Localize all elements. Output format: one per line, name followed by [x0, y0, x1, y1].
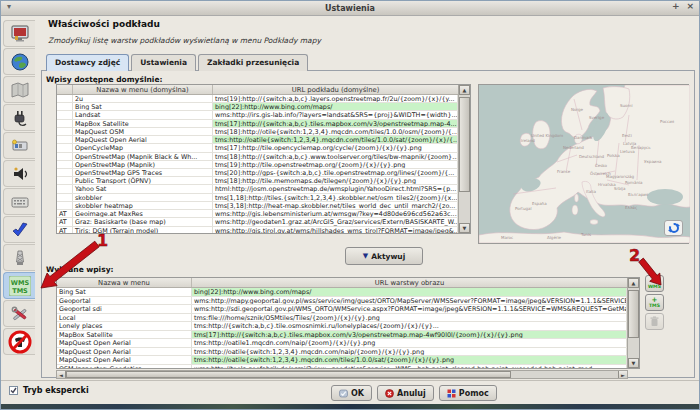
entry-name[interactable]: Tiris: DGM (Terrain model)	[73, 227, 213, 234]
entry-url[interactable]: tms[17]:http://{switch:a,b,c}.tiles.mapb…	[213, 120, 458, 127]
entry-name[interactable]: Geoportal	[57, 297, 192, 305]
entry-url[interactable]: tms[18]:http://otile{switch:1,2,3,4}.mqc…	[213, 128, 458, 135]
scroll-thumb[interactable]	[628, 290, 639, 338]
table-row[interactable]: 2utms[19]:http://{switch:a,b,c}.layers.o…	[57, 95, 458, 103]
delete-entry-button[interactable]	[645, 313, 664, 330]
entry-url[interactable]: tms[17]:http://{switch:a,b,c}.tiles.mapb…	[192, 331, 627, 339]
sidebar-tab-display[interactable]	[3, 20, 35, 47]
table-row[interactable]: Lonely placestms:http://{switch:a,b,c}.t…	[57, 322, 627, 331]
entry-name[interactable]: OpenCycleMap	[73, 144, 213, 151]
entry-url[interactable]: bing[22]:http://www.bing.com/maps/	[192, 288, 627, 296]
map-refresh-button[interactable]	[664, 220, 683, 236]
tab-settings[interactable]: Ustawienia	[131, 54, 196, 71]
help-button[interactable]: Pomoc	[439, 385, 497, 401]
entry-url[interactable]: html:http://josm.openstreetmap.de/wmsplu…	[213, 185, 458, 192]
entry-url[interactable]: tms:http://oatile1.mqcdn.com/naip/{zoom}…	[192, 339, 627, 347]
entry-country-code[interactable]	[57, 103, 73, 110]
entry-name[interactable]: MapBox Satellite	[73, 120, 213, 127]
entry-country-code[interactable]	[57, 169, 73, 176]
entry-country-code[interactable]: AT	[57, 218, 73, 225]
scroll-up-button[interactable]: ▲	[628, 278, 639, 288]
window-titlebar[interactable]: ▾ Ustawienia + ×	[1, 1, 699, 16]
entry-country-code[interactable]	[57, 194, 73, 201]
tab-offset-bookmarks[interactable]: Zakładki przesunięcia	[198, 54, 308, 71]
sidebar-tab-connection[interactable]	[3, 48, 35, 75]
sidebar-tab-plugins[interactable]	[3, 104, 35, 131]
entry-url[interactable]: tms:http://oatile{switch:1,2,3,4}.mqcdn.…	[192, 348, 627, 356]
map-preview[interactable]: NorgeSverigeSuomiРоссияEestiLatvijaLietu…	[478, 84, 689, 244]
sidebar-tab-audio[interactable]	[3, 160, 35, 187]
close-icon[interactable]: ×	[686, 1, 694, 11]
table-row[interactable]: OSM Inspector: Geodeticswms:http://tools…	[57, 365, 627, 368]
entry-country-code[interactable]	[57, 202, 73, 209]
entry-url[interactable]: wms:http://geodaten1.graz.at/ArcGIS_Graz…	[213, 218, 458, 225]
entry-name[interactable]: Bing Sat	[57, 288, 192, 296]
entry-name[interactable]: 2u	[73, 95, 213, 102]
column-header-code[interactable]	[57, 85, 73, 94]
entry-name[interactable]: Bing Sat	[73, 103, 213, 110]
sidebar-tab-remote-control[interactable]	[3, 244, 35, 271]
sidebar-tab-imagery[interactable]: WMSTMS	[3, 272, 35, 299]
entry-name[interactable]: OpenStreetMap (Mapnik)	[73, 161, 213, 168]
expert-mode-checkbox[interactable]: Tryb ekspercki	[9, 386, 89, 395]
entry-country-code[interactable]	[57, 136, 73, 143]
vertical-scrollbar[interactable]: ▲ ▼	[458, 85, 470, 233]
entry-country-code[interactable]	[57, 111, 73, 118]
column-header-name[interactable]: Nazwa w menu	[57, 278, 192, 287]
sidebar-tab-map-projection[interactable]	[3, 76, 35, 103]
column-header-url[interactable]: URL podkładu (domyślne)	[213, 85, 458, 94]
add-wms-button[interactable]: + WMS	[645, 275, 664, 292]
entry-name[interactable]: Public Transport (ÖPNV)	[73, 177, 213, 184]
entry-name[interactable]: Yahoo Sat	[73, 185, 213, 192]
add-tms-button[interactable]: + TMS	[645, 294, 664, 311]
sidebar-tab-toolbar[interactable]	[3, 132, 35, 159]
column-header-url[interactable]: URL warstwy obrazu	[192, 278, 627, 287]
entry-country-code[interactable]	[57, 144, 73, 151]
table-row[interactable]: MapQuest Open Aerialtms:http://oatile1.m…	[57, 339, 627, 348]
activate-button[interactable]: ▼ Aktywuj	[345, 247, 423, 265]
entry-url[interactable]: tms[3,18]:http://heat-map.skobbler.net/t…	[213, 202, 458, 209]
entry-name[interactable]: MapQuest Open Aerial	[73, 136, 213, 143]
entry-country-code[interactable]	[57, 153, 73, 160]
entry-name[interactable]: Graz: Basiskarte (base map)	[73, 218, 213, 225]
entry-url[interactable]: tms[1,18]:http://tiles.{switch:1,2,3,4}.…	[213, 194, 458, 201]
entry-name[interactable]: MapQuest Open Aerial	[57, 348, 192, 356]
table-row[interactable]: ATTiris: DGM (Terrain model)wms:http://g…	[57, 227, 458, 234]
table-row[interactable]: OpenCycleMaptms[17]:http://tile.opencycl…	[57, 144, 458, 152]
entry-name[interactable]: Geoportal sdi	[57, 305, 192, 313]
vertical-scrollbar[interactable]: ▲ ▼	[627, 278, 639, 368]
entry-url[interactable]: wms:http://sdi.geoportal.gov.pl/WMS_ORTO…	[192, 305, 627, 313]
entry-country-code[interactable]	[57, 95, 73, 102]
entry-country-code[interactable]: AT	[57, 227, 73, 234]
scroll-right-button[interactable]: ►	[618, 371, 627, 378]
sidebar-tab-shortcuts[interactable]	[3, 188, 35, 215]
horizontal-scrollbar[interactable]: ◄ ►	[56, 370, 628, 379]
entry-name[interactable]: OpenStreetMap (Mapnik Black & Wh...	[73, 153, 213, 160]
entry-name[interactable]: skobbler heatmap	[73, 202, 213, 209]
table-row[interactable]: skobbler heatmaptms[3,18]:http://heat-ma…	[57, 202, 458, 210]
entry-country-code[interactable]: AT	[57, 210, 73, 217]
scroll-left-button[interactable]: ◄	[57, 371, 66, 378]
entry-url[interactable]: tms[19]:http://tile.openstreetmap.org/{z…	[213, 161, 458, 168]
table-row[interactable]: OpenStreetMap GPS Tracestms[20]:http://g…	[57, 169, 458, 177]
entry-url[interactable]: wms:http://tools.geofabrik.de/osmi/?view…	[192, 365, 627, 368]
scroll-up-button[interactable]: ▲	[459, 85, 470, 95]
table-row[interactable]: MapBox Satellitetms[17]:http://{switch:a…	[57, 120, 458, 128]
scroll-thumb[interactable]	[66, 371, 511, 378]
entry-url[interactable]: tms[17]:http://tile.opencyclemap.org/cyc…	[213, 144, 458, 151]
entry-name[interactable]: OpenStreetMap GPS Traces	[73, 169, 213, 176]
table-row[interactable]: Yahoo Sathtml:http://josm.openstreetmap.…	[57, 185, 458, 193]
table-row[interactable]: MapQuest OSMtms[18]:http://otile{switch:…	[57, 128, 458, 136]
maximize-icon[interactable]: +	[672, 1, 680, 11]
table-row[interactable]: Geoportal sdiwms:http://sdi.geoportal.go…	[57, 305, 627, 314]
entry-url[interactable]: wms:http://mapy.geoportal.gov.pl/wss/ser…	[192, 297, 627, 305]
table-row[interactable]: MapQuest Open Aerialtms:http://oatile{sw…	[57, 356, 627, 365]
table-row[interactable]: OpenStreetMap (Mapnik Black & Wh...tms[1…	[57, 153, 458, 161]
entry-country-code[interactable]	[57, 185, 73, 192]
table-row[interactable]: MapQuest Open Aerialtms:http://oatile{sw…	[57, 136, 458, 144]
entry-country-code[interactable]	[57, 128, 73, 135]
entry-url[interactable]: tms[18]:http://tile.memomaps.de/tilegen/…	[213, 177, 458, 184]
table-row[interactable]: Localtms:file:///home/sznik/OSMtiles/Til…	[57, 314, 627, 323]
entry-url[interactable]: wms:http://gis.tirol.gv.at/wms/hillshade…	[213, 227, 458, 234]
table-row[interactable]: OpenStreetMap (Mapnik)tms[19]:http://til…	[57, 161, 458, 169]
